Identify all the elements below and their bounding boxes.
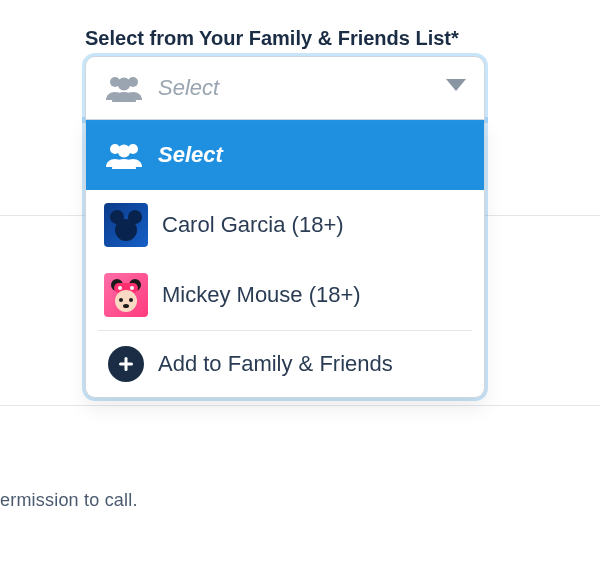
- person-name: Mickey Mouse: [162, 282, 303, 307]
- select-control[interactable]: Select: [85, 56, 485, 120]
- option-label: Select: [158, 142, 223, 168]
- person-name: Carol Garcia: [162, 212, 285, 237]
- field-label: Select from Your Family & Friends List*: [85, 27, 459, 50]
- option-person-carol[interactable]: Carol Garcia (18+): [86, 190, 484, 260]
- background-divider-2: [0, 405, 600, 406]
- option-label: Mickey Mouse (18+): [162, 282, 361, 308]
- option-person-mickey[interactable]: Mickey Mouse (18+): [86, 260, 484, 330]
- people-group-icon: [104, 140, 144, 170]
- option-label: Carol Garcia (18+): [162, 212, 344, 238]
- chevron-down-icon: [446, 79, 466, 97]
- svg-point-16: [119, 298, 123, 302]
- svg-point-17: [129, 298, 133, 302]
- svg-point-18: [123, 304, 129, 308]
- option-label: Add to Family & Friends: [158, 351, 393, 377]
- person-age-badge: (18+): [309, 282, 361, 307]
- dropdown-listbox: Select Carol Garcia (18+): [85, 120, 485, 398]
- svg-point-9: [115, 219, 137, 241]
- svg-marker-3: [446, 79, 466, 91]
- svg-point-6: [118, 145, 131, 158]
- avatar-mickey-head-icon: [104, 203, 148, 247]
- svg-rect-20: [119, 363, 133, 366]
- avatar-minnie-icon: [104, 273, 148, 317]
- person-age-badge: (18+): [292, 212, 344, 237]
- footer-text-fragment: ermission to call.: [0, 490, 138, 511]
- plus-circle-icon: [108, 346, 144, 382]
- svg-point-15: [115, 290, 137, 312]
- people-group-icon: [104, 73, 144, 103]
- option-add-family-friends[interactable]: Add to Family & Friends: [86, 331, 484, 397]
- select-placeholder: Select: [158, 75, 219, 101]
- svg-point-2: [118, 78, 131, 91]
- svg-point-14: [130, 286, 134, 290]
- svg-point-13: [118, 286, 122, 290]
- option-select-placeholder[interactable]: Select: [86, 120, 484, 190]
- family-friends-dropdown: Select: [85, 56, 485, 398]
